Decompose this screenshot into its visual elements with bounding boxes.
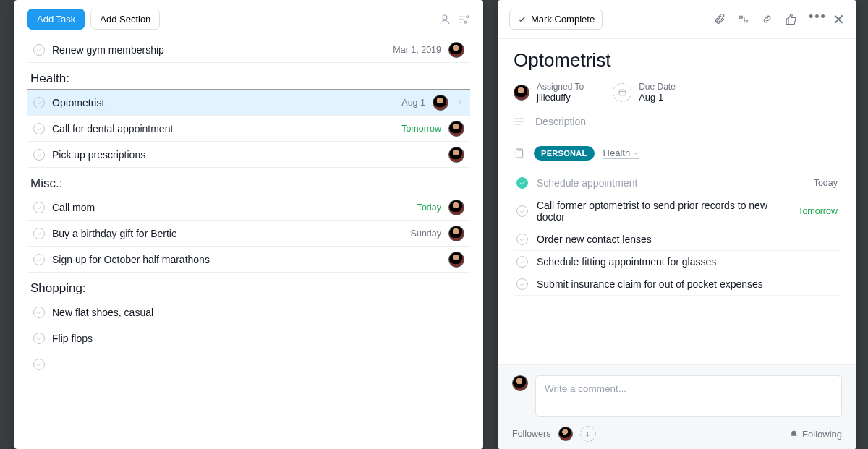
complete-toggle[interactable]	[33, 333, 45, 344]
task-name: Optometrist	[52, 97, 394, 108]
assignee-avatar[interactable]	[448, 42, 464, 58]
subtask-row[interactable]: Schedule fitting appointment for glasses	[514, 251, 841, 273]
assignee-avatar[interactable]	[448, 121, 464, 137]
task-row[interactable]: Flip flops	[27, 325, 470, 351]
task-row[interactable]: Renew gym membershipMar 1, 2019	[27, 37, 470, 63]
complete-toggle[interactable]	[33, 359, 45, 370]
task-detail-panel: Mark Complete ••• ✕ Optometrist Assigned…	[498, 0, 856, 449]
task-name: Sign up for October half marathons	[52, 254, 441, 265]
link-icon[interactable]	[761, 13, 773, 25]
project-icon	[514, 147, 525, 159]
project-pill[interactable]: PERSONAL	[534, 146, 595, 161]
complete-toggle[interactable]	[516, 234, 528, 245]
task-row[interactable]	[27, 351, 470, 377]
subtask-name: Submit insurance claim for out of pocket…	[537, 278, 838, 290]
task-title[interactable]: Optometrist	[514, 49, 841, 72]
subtask-row[interactable]: Call former optometrist to send prior re…	[514, 194, 841, 228]
complete-toggle[interactable]	[33, 307, 45, 318]
subtask-row[interactable]: Submit insurance claim for out of pocket…	[514, 273, 841, 296]
subtask-name: Order new contact lenses	[537, 234, 838, 245]
complete-toggle[interactable]	[516, 256, 528, 268]
task-row[interactable]: OptometristAug 1	[27, 90, 470, 116]
attachment-icon[interactable]	[713, 13, 726, 25]
add-section-button[interactable]: Add Section	[90, 9, 160, 30]
subtask-list: Schedule appointmentTodayCall former opt…	[514, 172, 841, 296]
subtask-name: Schedule fitting appointment for glasses	[537, 256, 838, 268]
svg-point-2	[464, 21, 467, 23]
task-date: Tomorrow	[401, 124, 441, 134]
svg-point-1	[467, 15, 469, 17]
complete-toggle[interactable]	[33, 149, 45, 161]
complete-toggle[interactable]	[33, 202, 45, 213]
complete-toggle[interactable]	[33, 123, 45, 134]
task-list-panel: Add Task Add Section Renew gym membershi…	[14, 0, 483, 449]
complete-toggle[interactable]	[516, 278, 528, 290]
complete-toggle[interactable]	[516, 205, 528, 217]
task-name: Pick up prescriptions	[52, 149, 441, 161]
task-date: Sunday	[411, 228, 441, 239]
complete-toggle[interactable]	[33, 44, 45, 56]
assignee-avatar[interactable]	[448, 252, 464, 268]
comment-area: Write a comment... Followers + Following	[498, 364, 856, 449]
task-name: Buy a birthday gift for Bertie	[52, 228, 404, 239]
description-icon	[514, 117, 525, 126]
complete-toggle[interactable]	[516, 177, 528, 189]
task-name: Flip flops	[52, 333, 464, 344]
subtask-date: Tomorrow	[798, 206, 838, 216]
task-name: New flat shoes, casual	[52, 307, 464, 318]
task-row[interactable]: Buy a birthday gift for BertieSunday	[27, 221, 470, 247]
assigned-value: jilleduffy	[537, 92, 584, 103]
add-task-button[interactable]: Add Task	[27, 9, 85, 30]
bell-icon	[789, 429, 799, 439]
task-date: Aug 1	[401, 98, 425, 108]
description-field[interactable]: Description	[514, 116, 841, 127]
subtask-date: Today	[814, 178, 838, 188]
task-row[interactable]: Pick up prescriptions	[27, 142, 470, 168]
section-header[interactable]: Misc.:	[27, 172, 470, 194]
detail-toolbar: Mark Complete ••• ✕	[498, 0, 856, 39]
section-header[interactable]: Shopping:	[27, 277, 470, 299]
section-header[interactable]: Health:	[27, 67, 470, 90]
like-icon[interactable]	[785, 13, 797, 25]
person-icon[interactable]	[438, 13, 451, 26]
chevron-right-icon	[456, 97, 464, 108]
complete-toggle[interactable]	[33, 228, 45, 239]
description-label: Description	[535, 116, 586, 127]
svg-point-0	[443, 15, 447, 20]
calendar-icon	[613, 83, 631, 102]
subtask-row[interactable]: Schedule appointmentToday	[514, 172, 841, 194]
left-toolbar: Add Task Add Section	[14, 0, 483, 37]
assignee-avatar[interactable]	[433, 95, 448, 111]
assignee-avatar[interactable]	[448, 200, 464, 215]
assignee-avatar[interactable]	[448, 147, 464, 163]
due-date[interactable]: Due Date Aug 1	[613, 82, 676, 103]
close-icon[interactable]: ✕	[833, 14, 845, 25]
task-name: Renew gym membership	[52, 44, 386, 56]
subtask-name: Schedule appointment	[537, 177, 805, 189]
task-row[interactable]: Sign up for October half marathons	[27, 247, 470, 273]
complete-toggle[interactable]	[33, 97, 45, 108]
task-row[interactable]: New flat shoes, casual	[27, 299, 470, 325]
avatar	[512, 375, 528, 391]
filter-icon[interactable]	[457, 13, 470, 26]
mark-complete-button[interactable]: Mark Complete	[509, 9, 603, 30]
more-icon[interactable]: •••	[809, 13, 821, 25]
assigned-to[interactable]: Assigned To jilleduffy	[514, 82, 584, 103]
add-follower-button[interactable]: +	[580, 426, 596, 442]
assignee-avatar[interactable]	[448, 226, 464, 241]
comment-input[interactable]: Write a comment...	[535, 375, 842, 417]
subtask-icon[interactable]	[737, 13, 749, 25]
due-value: Aug 1	[639, 92, 676, 103]
category-select[interactable]: Health	[603, 147, 640, 159]
subtask-row[interactable]: Order new contact lenses	[514, 228, 841, 251]
following-toggle[interactable]: Following	[789, 429, 842, 440]
task-list: Renew gym membershipMar 1, 2019Health:Op…	[14, 37, 483, 449]
task-row[interactable]: Call momToday	[27, 194, 470, 221]
complete-toggle[interactable]	[33, 254, 45, 265]
task-row[interactable]: Call for dental appointmentTomorrow	[27, 116, 470, 142]
assigned-label: Assigned To	[537, 82, 584, 92]
follower-avatar[interactable]	[558, 427, 573, 441]
due-label: Due Date	[639, 82, 676, 92]
chevron-down-icon	[632, 150, 639, 157]
task-date: Today	[417, 202, 441, 213]
